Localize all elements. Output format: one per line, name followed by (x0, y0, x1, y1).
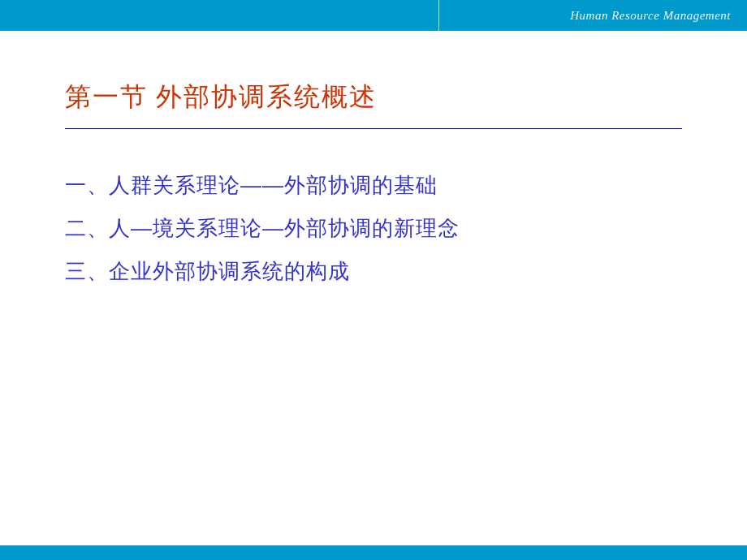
list-item: 二、人—境关系理论—外部协调的新理念 (65, 213, 682, 244)
slide-container: Human Resource Management 第一节 外部协调系统概述 一… (0, 0, 747, 560)
footer-bar (0, 545, 747, 560)
header-bar: Human Resource Management (0, 0, 747, 31)
header-divider (438, 0, 439, 31)
header-title: Human Resource Management (570, 9, 731, 23)
item-list: 一、人群关系理论——外部协调的基础 二、人—境关系理论—外部协调的新理念 三、企… (65, 170, 682, 287)
list-item: 三、企业外部协调系统的构成 (65, 256, 682, 287)
list-item: 一、人群关系理论——外部协调的基础 (65, 170, 682, 201)
content-area: 第一节 外部协调系统概述 一、人群关系理论——外部协调的基础 二、人—境关系理论… (0, 31, 747, 545)
section-title: 第一节 外部协调系统概述 (65, 80, 682, 115)
title-divider (65, 128, 682, 129)
